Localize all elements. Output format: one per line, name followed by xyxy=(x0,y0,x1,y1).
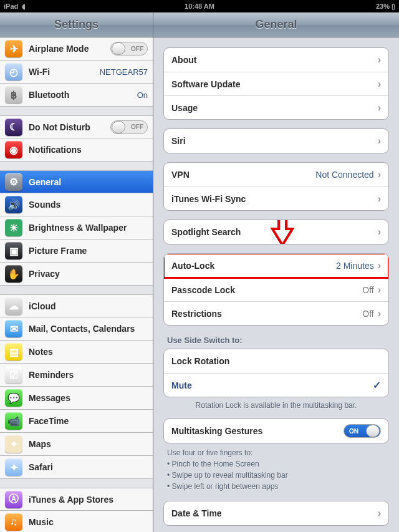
group-vpn: VPN Not Connected › iTunes Wi-Fi Sync › xyxy=(163,162,389,211)
airplane-toggle[interactable]: OFF xyxy=(110,42,148,56)
row-date-time[interactable]: Date & Time › xyxy=(164,501,388,525)
detail-pane: General About › Software Update › Usage … xyxy=(153,12,399,532)
group-datetime: Date & Time › xyxy=(163,501,389,526)
wifi-signal-icon: ◖ xyxy=(20,2,26,10)
row-about[interactable]: About › xyxy=(164,48,388,72)
sidebar-item-airplane[interactable]: ✈ Airplane Mode OFF xyxy=(0,37,153,60)
status-time: 10:48 AM xyxy=(0,2,399,10)
mail-icon: ✉ xyxy=(5,320,22,337)
multitask-toggle[interactable]: ON xyxy=(344,424,381,438)
sidebar-item-picture-frame[interactable]: ▣ Picture Frame xyxy=(0,239,153,263)
notes-icon: ▤ xyxy=(5,343,22,360)
sidebar-item-facetime[interactable]: 📹 FaceTime xyxy=(0,410,153,433)
sidebar-item-privacy[interactable]: ✋ Privacy xyxy=(0,263,153,286)
row-restrictions[interactable]: Restrictions Off › xyxy=(164,301,388,325)
sidebar-item-bluetooth[interactable]: ฿ Bluetooth On xyxy=(0,84,153,107)
picture-frame-icon: ▣ xyxy=(5,242,22,259)
chevron-right-icon: › xyxy=(378,508,381,519)
brightness-icon: ☀ xyxy=(5,219,22,236)
chevron-right-icon: › xyxy=(378,135,381,147)
chevron-right-icon: › xyxy=(378,193,381,205)
row-itunes-wifi-sync[interactable]: iTunes Wi-Fi Sync › xyxy=(164,186,388,210)
side-switch-note: Rotation Lock is available in the multit… xyxy=(163,401,389,410)
status-device: iPad ◖ xyxy=(4,2,26,11)
side-switch-label: Use Side Switch to: xyxy=(167,336,385,345)
status-bar: iPad ◖ 10:48 AM 23% ▯ xyxy=(0,0,399,12)
sidebar-item-itunes-store[interactable]: Ⓐ iTunes & App Stores xyxy=(0,488,153,511)
row-vpn[interactable]: VPN Not Connected › xyxy=(164,163,388,186)
music-icon: ♫ xyxy=(5,513,22,531)
sidebar-title: Settings xyxy=(0,12,153,37)
bluetooth-icon: ฿ xyxy=(5,86,22,104)
sidebar-item-mail[interactable]: ✉ Mail, Contacts, Calendars xyxy=(0,317,153,341)
sidebar-item-dnd[interactable]: ☾ Do Not Disturb OFF xyxy=(0,115,153,138)
sidebar-item-general[interactable]: ⚙ General xyxy=(0,170,153,193)
dnd-toggle[interactable]: OFF xyxy=(110,120,148,134)
row-multitasking-gestures[interactable]: Multitasking Gestures ON xyxy=(164,419,388,443)
chevron-right-icon: › xyxy=(378,79,381,90)
moon-icon: ☾ xyxy=(5,118,22,136)
row-lock-rotation[interactable]: Lock Rotation xyxy=(164,349,388,373)
chevron-right-icon: › xyxy=(378,226,381,238)
chevron-right-icon: › xyxy=(378,102,381,114)
sidebar-item-maps[interactable]: ⌖ Maps xyxy=(0,433,153,456)
facetime-icon: 📹 xyxy=(5,412,22,430)
group-multitask: Multitasking Gestures ON xyxy=(163,418,389,443)
sidebar-item-notifications[interactable]: ◉ Notifications xyxy=(0,138,153,162)
chevron-right-icon: › xyxy=(378,284,381,296)
sidebar-item-brightness[interactable]: ☀ Brightness & Wallpaper xyxy=(0,216,153,239)
chevron-right-icon: › xyxy=(378,169,381,180)
row-auto-lock[interactable]: Auto-Lock 2 Minutes › xyxy=(164,254,388,278)
hand-icon: ✋ xyxy=(5,265,22,283)
row-spotlight-search[interactable]: Spotlight Search › xyxy=(164,220,388,244)
airplane-icon: ✈ xyxy=(5,40,22,57)
row-usage[interactable]: Usage › xyxy=(164,95,388,119)
messages-icon: 💬 xyxy=(5,389,22,407)
group-siri: Siri › xyxy=(163,128,389,153)
speaker-icon: 🔊 xyxy=(5,196,22,213)
checkmark-icon: ✓ xyxy=(373,379,381,391)
sidebar-item-sounds[interactable]: 🔊 Sounds xyxy=(0,193,153,216)
reminders-icon: ☑ xyxy=(5,366,22,384)
group-about: About › Software Update › Usage › xyxy=(163,47,389,120)
wifi-icon: ◴ xyxy=(5,63,22,80)
detail-title: General xyxy=(153,12,399,37)
chevron-right-icon: › xyxy=(378,308,381,319)
maps-icon: ⌖ xyxy=(5,435,22,453)
battery-icon: ▯ xyxy=(392,2,395,10)
sidebar-item-messages[interactable]: 💬 Messages xyxy=(0,387,153,410)
safari-icon: ✦ xyxy=(5,458,22,476)
sidebar-item-reminders[interactable]: ☑ Reminders xyxy=(0,364,153,387)
sidebar: Settings ✈ Airplane Mode OFF ◴ Wi-Fi NET… xyxy=(0,12,153,532)
cloud-icon: ☁ xyxy=(5,297,22,315)
multitask-note: Use four or five fingers to: • Pinch to … xyxy=(167,447,385,492)
sidebar-item-wifi[interactable]: ◴ Wi-Fi NETGEAR57 xyxy=(0,60,153,84)
sidebar-item-icloud[interactable]: ☁ iCloud xyxy=(0,294,153,317)
sidebar-item-safari[interactable]: ✦ Safari xyxy=(0,456,153,479)
sidebar-item-music[interactable]: ♫ Music xyxy=(0,511,153,532)
gear-icon: ⚙ xyxy=(5,173,22,191)
chevron-right-icon: › xyxy=(378,54,381,65)
status-battery: 23% ▯ xyxy=(376,2,395,11)
group-autolock: Auto-Lock 2 Minutes › Passcode Lock Off … xyxy=(163,253,389,326)
sidebar-item-notes[interactable]: ▤ Notes xyxy=(0,341,153,364)
row-siri[interactable]: Siri › xyxy=(164,129,388,153)
notifications-icon: ◉ xyxy=(5,141,22,158)
row-passcode-lock[interactable]: Passcode Lock Off › xyxy=(164,278,388,301)
row-software-update[interactable]: Software Update › xyxy=(164,72,388,95)
itunes-store-icon: Ⓐ xyxy=(5,491,22,508)
group-side-switch: Lock Rotation Mute ✓ xyxy=(163,349,389,397)
chevron-right-icon: › xyxy=(378,260,381,271)
group-spotlight: Spotlight Search › xyxy=(163,220,389,244)
row-mute[interactable]: Mute ✓ xyxy=(164,373,388,397)
